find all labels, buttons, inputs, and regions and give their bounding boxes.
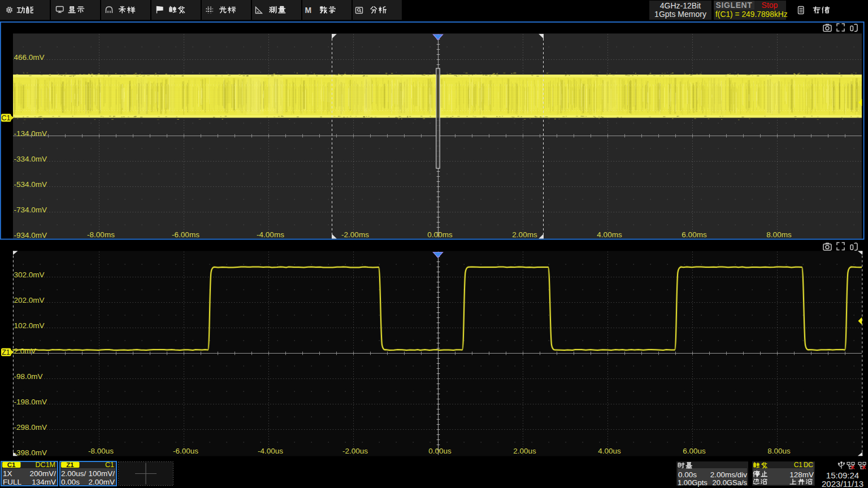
svg-text:4GHz-12Bit: 4GHz-12Bit xyxy=(660,1,701,10)
svg-text:2023/11/13: 2023/11/13 xyxy=(822,479,863,488)
svg-text:4.00us: 4.00us xyxy=(598,447,621,455)
svg-text:8.00ms: 8.00ms xyxy=(766,230,792,239)
svg-text:-4.00ms: -4.00ms xyxy=(257,230,284,239)
svg-text:20.0GSa/s: 20.0GSa/s xyxy=(713,478,748,487)
svg-text:-198.0mV: -198.0mV xyxy=(14,398,47,406)
svg-text:6.00ms: 6.00ms xyxy=(682,230,707,239)
svg-text:8.00us: 8.00us xyxy=(767,447,791,455)
svg-text:-98.0mV: -98.0mV xyxy=(14,372,43,381)
svg-text:1X: 1X xyxy=(3,469,12,478)
svg-text:1Gpts Memory: 1Gpts Memory xyxy=(654,10,706,19)
svg-text:-4.00us: -4.00us xyxy=(258,447,283,455)
svg-text:Stop: Stop xyxy=(762,1,778,10)
svg-text:FULL: FULL xyxy=(3,478,22,486)
svg-text:DC1M: DC1M xyxy=(36,461,55,469)
svg-text:-2.00ms: -2.00ms xyxy=(341,230,369,239)
svg-text:-8.00us: -8.00us xyxy=(88,447,114,455)
svg-text:C1: C1 xyxy=(794,461,803,469)
svg-text:466.0mV: 466.0mV xyxy=(14,53,45,62)
svg-text:2.00mV: 2.00mV xyxy=(88,478,115,486)
svg-text:102.0mV: 102.0mV xyxy=(14,321,45,330)
svg-text:128mV: 128mV xyxy=(789,470,814,479)
svg-text:202.0mV: 202.0mV xyxy=(14,296,45,304)
svg-text:-6.00ms: -6.00ms xyxy=(172,230,199,239)
svg-text:-934.0mV: -934.0mV xyxy=(14,231,47,239)
svg-text:C1: C1 xyxy=(105,461,114,469)
svg-text:2.00us/: 2.00us/ xyxy=(61,469,86,478)
svg-text:C1: C1 xyxy=(7,461,16,468)
svg-text:DC: DC xyxy=(804,461,814,469)
svg-text:100mV/: 100mV/ xyxy=(88,469,115,478)
svg-text:f(C1) = 249.7898kHz: f(C1) = 249.7898kHz xyxy=(715,10,788,19)
svg-text:200mV/: 200mV/ xyxy=(29,469,56,478)
svg-text:C1: C1 xyxy=(2,114,11,122)
svg-text:-6.00us: -6.00us xyxy=(173,447,198,455)
svg-text:0.00s: 0.00s xyxy=(61,478,80,486)
svg-text:-8.00ms: -8.00ms xyxy=(87,230,115,239)
svg-text:134mV: 134mV xyxy=(32,478,56,486)
svg-text:0.00us: 0.00us xyxy=(428,447,452,455)
svg-text:-134.0mV: -134.0mV xyxy=(14,129,47,138)
svg-text:2.00ms: 2.00ms xyxy=(512,230,537,239)
svg-text:2.0mV: 2.0mV xyxy=(14,347,36,355)
svg-text:-2.00us: -2.00us xyxy=(342,447,368,455)
svg-text:-398.0mV: -398.0mV xyxy=(14,448,47,457)
svg-text:M: M xyxy=(305,6,312,15)
svg-text:SIGLENT: SIGLENT xyxy=(716,1,753,10)
svg-text:-734.0mV: -734.0mV xyxy=(14,206,47,214)
svg-text:2.00us: 2.00us xyxy=(513,447,536,455)
svg-text:4.00ms: 4.00ms xyxy=(597,230,622,239)
svg-text:-334.0mV: -334.0mV xyxy=(14,155,47,163)
svg-text:-534.0mV: -534.0mV xyxy=(14,180,47,189)
svg-text:1.00Gpts: 1.00Gpts xyxy=(678,478,708,487)
svg-text:-298.0mV: -298.0mV xyxy=(14,423,47,432)
svg-text:Z1: Z1 xyxy=(66,461,74,468)
svg-text:0.00ms: 0.00ms xyxy=(427,230,453,239)
svg-text:6.00us: 6.00us xyxy=(683,447,706,455)
svg-text:302.0mV: 302.0mV xyxy=(14,271,45,279)
svg-text:Z1: Z1 xyxy=(2,348,10,356)
